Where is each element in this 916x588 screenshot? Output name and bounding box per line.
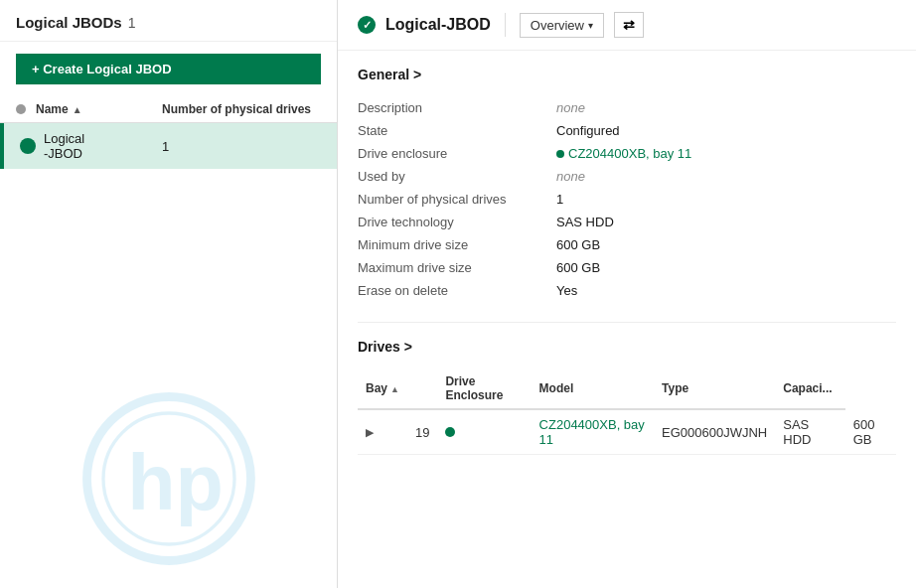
field-label: Maximum drive size [358, 256, 556, 279]
left-header: Logical JBODs 1 [0, 0, 337, 42]
field-label: State [358, 119, 556, 142]
right-panel: ✓ Logical-JBOD Overview ▾ ⇄ General > De… [338, 0, 916, 588]
detail-title: Logical-JBOD [385, 16, 491, 34]
hp-logo-watermark: hp [60, 389, 278, 568]
detail-content: General > DescriptionnoneStateConfigured… [338, 51, 916, 471]
left-panel: Logical JBODs 1 + Create Logical JBOD Na… [0, 0, 338, 588]
general-section-title[interactable]: General > [358, 67, 896, 82]
field-value: Configured [556, 119, 896, 142]
drives-col-header-status[interactable] [407, 368, 437, 409]
general-info-table: DescriptionnoneStateConfiguredDrive encl… [358, 96, 896, 302]
overview-button[interactable]: Overview ▾ [520, 13, 604, 38]
field-label: Drive technology [358, 211, 556, 233]
status-icon: ✓ [358, 16, 376, 34]
jbod-status-dot [20, 138, 36, 154]
jbod-name: Logical-JBOD [44, 131, 162, 161]
drives-col-header-enclosure[interactable]: Drive Enclosure [437, 368, 531, 409]
field-value: 600 GB [556, 256, 896, 279]
jbod-drives-count: 1 [162, 139, 321, 154]
table-header-row: Name ▲ Number of physical drives [0, 96, 337, 123]
detail-header: ✓ Logical-JBOD Overview ▾ ⇄ [338, 0, 916, 51]
drives-col-header-model[interactable]: Model [532, 368, 654, 409]
bay-cell: 19 [407, 409, 437, 455]
settings-button[interactable]: ⇄ [614, 12, 644, 38]
field-label: Erase on delete [358, 279, 556, 302]
header-dot-icon [16, 104, 26, 114]
name-column-header[interactable]: Name ▲ [36, 102, 162, 116]
left-panel-count: 1 [128, 15, 136, 31]
header-indicator-col [16, 104, 36, 114]
field-label: Description [358, 96, 556, 119]
expand-arrow[interactable]: ▶ [358, 409, 407, 455]
field-label: Number of physical drives [358, 188, 556, 211]
field-value: none [556, 165, 896, 188]
model-cell: EG000600JWJNH [654, 409, 775, 455]
enclosure-link[interactable]: CZ204400XB, bay 11 [568, 146, 691, 161]
drive-enclosure-link[interactable]: CZ204400XB, bay 11 [539, 417, 646, 447]
drives-section: Drives > Bay▲Drive EnclosureModelTypeCap… [358, 339, 896, 455]
create-logical-jbod-button[interactable]: + Create Logical JBOD [16, 54, 321, 84]
drives-col-header-type[interactable]: Type [654, 368, 775, 409]
svg-text:hp: hp [127, 438, 224, 526]
jbod-list-item[interactable]: Logical-JBOD 1 [0, 123, 337, 169]
header-divider [505, 13, 506, 37]
field-label: Minimum drive size [358, 233, 556, 256]
drives-col-header-bay[interactable]: Bay▲ [358, 368, 407, 409]
type-cell: SAS HDD [775, 409, 844, 455]
field-value: 600 GB [556, 233, 896, 256]
left-panel-title: Logical JBODs [16, 14, 122, 31]
field-value: 1 [556, 188, 896, 211]
status-dot-cell [437, 409, 531, 455]
field-value: SAS HDD [556, 211, 896, 233]
field-value: none [556, 96, 896, 119]
field-value[interactable]: CZ204400XB, bay 11 [556, 142, 896, 165]
field-label: Drive enclosure [358, 142, 556, 165]
drive-status-dot [445, 427, 455, 437]
sort-icon: ▲ [390, 384, 399, 394]
drive-row[interactable]: ▶19CZ204400XB, bay 11EG000600JWJNHSAS HD… [358, 409, 896, 455]
field-value: Yes [556, 279, 896, 302]
enclosure-status-dot [556, 150, 564, 158]
drives-table: Bay▲Drive EnclosureModelTypeCapaci... ▶1… [358, 368, 896, 455]
capacity-cell: 600 GB [845, 409, 896, 455]
section-divider [358, 322, 896, 323]
enclosure-cell[interactable]: CZ204400XB, bay 11 [532, 409, 654, 455]
field-label: Used by [358, 165, 556, 188]
drives-section-title[interactable]: Drives > [358, 339, 896, 355]
drives-col-header-capacity[interactable]: Capaci... [775, 368, 844, 409]
drives-column-header: Number of physical drives [162, 102, 321, 116]
